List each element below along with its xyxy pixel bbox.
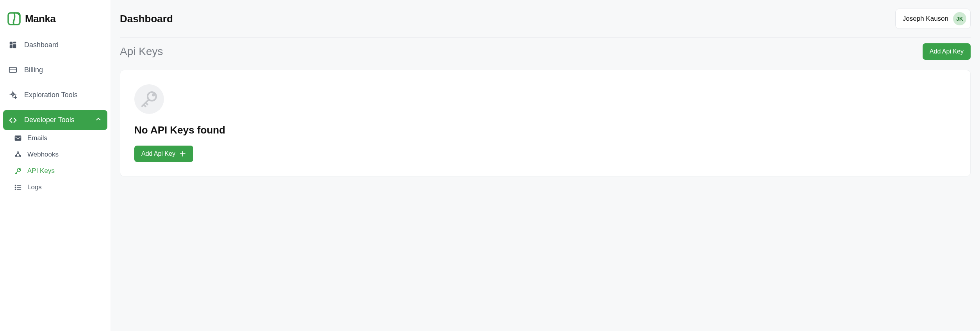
- sidebar-item-label: Exploration Tools: [24, 91, 78, 99]
- sidebar-subitem-emails[interactable]: Emails: [3, 130, 107, 146]
- key-icon: [134, 84, 164, 114]
- svg-point-13: [15, 187, 16, 188]
- divider: [120, 37, 971, 38]
- sidebar-subitem-label: API Keys: [27, 167, 55, 175]
- logo-icon: [7, 12, 21, 26]
- sidebar-subitem-label: Logs: [27, 183, 42, 191]
- sidebar-subitem-api-keys[interactable]: API Keys: [3, 163, 107, 179]
- sidebar-item-developer-tools[interactable]: Developer Tools: [3, 110, 107, 130]
- add-api-key-button-empty[interactable]: Add Api Key: [134, 146, 193, 162]
- code-icon: [9, 116, 17, 125]
- chevron-up-icon: [95, 116, 102, 125]
- button-label: Add Api Key: [930, 48, 964, 55]
- sidebar: Manka Dashboard Billing: [0, 0, 110, 331]
- sparkle-icon: [9, 91, 17, 99]
- brand-name: Manka: [25, 13, 55, 25]
- mail-icon: [14, 134, 22, 142]
- sidebar-item-label: Billing: [24, 66, 43, 74]
- svg-rect-3: [13, 44, 16, 48]
- svg-rect-1: [10, 42, 12, 44]
- svg-point-12: [15, 185, 16, 186]
- dashboard-icon: [9, 41, 17, 49]
- credit-card-icon: [9, 66, 17, 74]
- sidebar-subitem-logs[interactable]: Logs: [3, 179, 107, 196]
- sidebar-subitem-label: Webhooks: [27, 151, 59, 158]
- sidebar-item-label: Developer Tools: [24, 116, 75, 124]
- sidebar-item-label: Dashboard: [24, 41, 59, 49]
- webhook-icon: [14, 151, 22, 158]
- page-title: Dashboard: [120, 13, 173, 25]
- main-content: Dashboard Joseph Kauson JK Api Keys Add …: [110, 0, 980, 331]
- svg-rect-4: [10, 45, 12, 48]
- sidebar-subitem-webhooks[interactable]: Webhooks: [3, 146, 107, 163]
- api-keys-card: No API Keys found Add Api Key: [120, 70, 971, 176]
- svg-point-14: [15, 189, 16, 190]
- user-menu[interactable]: Joseph Kauson JK: [895, 9, 971, 29]
- sidebar-item-billing[interactable]: Billing: [3, 60, 107, 80]
- plus-icon: [179, 150, 186, 157]
- header-row: Dashboard Joseph Kauson JK: [120, 9, 971, 29]
- section-title: Api Keys: [120, 45, 163, 58]
- empty-state-title: No API Keys found: [134, 124, 956, 136]
- svg-point-19: [153, 94, 154, 96]
- list-icon: [14, 183, 22, 191]
- key-icon: [14, 167, 22, 175]
- button-label: Add Api Key: [141, 150, 175, 157]
- user-name: Joseph Kauson: [903, 15, 948, 23]
- sidebar-subitem-label: Emails: [27, 134, 47, 142]
- svg-rect-2: [13, 42, 16, 44]
- section-header: Api Keys Add Api Key: [120, 43, 971, 60]
- avatar: JK: [953, 12, 966, 25]
- svg-point-11: [20, 169, 20, 169]
- brand-logo[interactable]: Manka: [3, 9, 107, 35]
- svg-rect-5: [9, 68, 16, 73]
- sidebar-item-dashboard[interactable]: Dashboard: [3, 35, 107, 55]
- add-api-key-button[interactable]: Add Api Key: [923, 43, 971, 60]
- sidebar-item-exploration-tools[interactable]: Exploration Tools: [3, 85, 107, 105]
